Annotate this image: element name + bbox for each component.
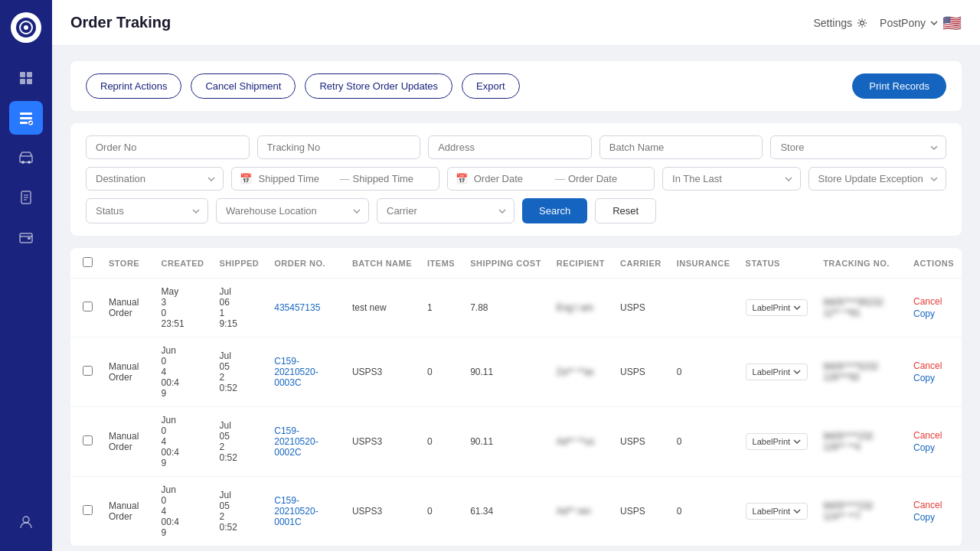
order-no-input[interactable] <box>86 135 250 159</box>
copy-action-2[interactable]: Copy <box>913 442 954 453</box>
in-the-last-select[interactable]: In The Last <box>662 167 800 191</box>
row-insurance: 0 <box>669 337 738 407</box>
retry-store-order-button[interactable]: Retry Store Order Updates <box>305 73 452 99</box>
row-store: Manual Order <box>101 477 154 546</box>
sidebar-item-grid[interactable] <box>9 61 43 95</box>
col-batch-name: BATCH NAME <box>345 248 420 279</box>
cancel-action-2[interactable]: Cancel <box>913 430 954 441</box>
row-checkbox <box>70 407 101 477</box>
sidebar-item-records[interactable] <box>9 181 43 214</box>
order-link-2[interactable]: C159-20210520-0002C <box>274 425 318 458</box>
status-dropdown-1[interactable]: LabelPrint <box>746 364 808 380</box>
cancel-shipment-button[interactable]: Cancel Shipment <box>191 73 296 99</box>
svg-rect-4 <box>27 72 32 77</box>
row-created: May 3 0 23:51 <box>154 279 212 337</box>
svg-rect-6 <box>27 79 32 84</box>
status-dropdown-2[interactable]: LabelPrint <box>746 433 808 450</box>
address-input[interactable] <box>428 135 592 159</box>
page-header: Order Traking Settings PostPony 🇺🇸 <box>52 0 980 46</box>
svg-rect-3 <box>20 72 25 77</box>
tracking-no-input[interactable] <box>257 135 421 159</box>
row-created: Jun 0 4 00:4 9 <box>154 407 212 477</box>
status-dropdown-3[interactable]: LabelPrint <box>746 503 808 520</box>
filter-panel: Store Destination 📅 — 📅 — <box>70 123 962 236</box>
row-store: Manual Order <box>101 279 154 337</box>
page-content: Reprint Actions Cancel Shipment Retry St… <box>52 46 980 551</box>
order-link-3[interactable]: C159-20210520-0001C <box>274 495 318 527</box>
search-button[interactable]: Search <box>522 198 587 223</box>
flag-icon: 🇺🇸 <box>942 14 962 32</box>
sidebar-item-user[interactable] <box>9 505 43 539</box>
table-body: Manual Order May 3 0 23:51 Jul 06 1 9:15… <box>70 279 962 546</box>
row-status: LabelPrint <box>738 337 816 407</box>
col-carrier: CARRIER <box>612 248 669 279</box>
row-insurance: 0 <box>669 477 738 546</box>
row-checkbox <box>70 337 101 407</box>
col-created: CREATED <box>154 248 212 279</box>
svg-point-2 <box>24 25 28 30</box>
shipped-time-start-input[interactable] <box>258 173 336 184</box>
row-tracking-no: 9405****232 126** **4 <box>815 407 906 477</box>
copy-action-3[interactable]: Copy <box>913 512 954 523</box>
col-items: ITEMS <box>420 248 462 279</box>
col-store: STORE <box>101 248 154 279</box>
cancel-action-3[interactable]: Cancel <box>913 500 954 510</box>
destination-select[interactable]: Destination <box>86 167 224 191</box>
order-date-end-input[interactable] <box>568 173 646 184</box>
svg-rect-18 <box>28 237 31 240</box>
store-update-select[interactable]: Store Update Exception <box>808 167 946 191</box>
sidebar-item-shipping[interactable] <box>9 141 43 174</box>
copy-action-1[interactable]: Copy <box>913 373 954 383</box>
shipped-time-end-input[interactable] <box>353 173 431 184</box>
store-select[interactable]: Store <box>770 135 946 159</box>
row-insurance <box>669 279 738 337</box>
cancel-action-1[interactable]: Cancel <box>913 360 954 371</box>
order-link-0[interactable]: 435457135 <box>274 302 320 313</box>
batch-name-input[interactable] <box>599 135 763 159</box>
row-shipping-cost: 90.11 <box>462 337 549 407</box>
row-select-checkbox-2[interactable] <box>83 435 93 445</box>
reprint-actions-button[interactable]: Reprint Actions <box>86 73 181 99</box>
row-select-checkbox-3[interactable] <box>83 505 93 515</box>
cancel-action-0[interactable]: Cancel <box>913 296 954 307</box>
sidebar <box>0 0 52 551</box>
svg-point-20 <box>861 21 864 24</box>
order-date-start-input[interactable] <box>474 173 552 184</box>
settings-button[interactable]: Settings <box>813 17 867 29</box>
row-status: LabelPrint <box>738 279 816 337</box>
status-label: LabelPrint <box>753 437 791 446</box>
reset-button[interactable]: Reset <box>595 198 656 223</box>
row-carrier: USPS <box>612 337 669 407</box>
row-batch-name: USPS3 <box>345 337 420 407</box>
carrier-select[interactable]: Carrier <box>377 198 514 223</box>
sidebar-item-orders[interactable] <box>9 101 43 135</box>
status-label: LabelPrint <box>753 367 791 377</box>
user-menu-button[interactable]: PostPony 🇺🇸 <box>880 14 962 32</box>
row-select-checkbox-1[interactable] <box>83 366 93 376</box>
row-shipped: Jul 06 1 9:15 <box>211 279 266 337</box>
table-row: Manual Order Jun 0 4 00:4 9 Jul 05 2 0:5… <box>70 337 962 407</box>
row-tracking-no: 9405****5232 126***50 <box>815 337 906 407</box>
col-tracking-no: TRACKING NO. <box>815 248 906 279</box>
row-carrier: USPS <box>612 477 669 546</box>
warehouse-select[interactable]: Warehouse Location <box>216 198 369 223</box>
svg-rect-5 <box>20 79 25 84</box>
status-chevron-icon <box>793 370 801 374</box>
print-records-button[interactable]: Print Records <box>852 73 946 99</box>
sidebar-item-wallet[interactable] <box>9 220 43 254</box>
export-button[interactable]: Export <box>462 73 520 99</box>
orders-table: STORE CREATED SHIPPED ORDER NO. BATCH NA… <box>70 248 962 546</box>
order-link-1[interactable]: C159-20210520-0003C <box>274 356 318 388</box>
copy-action-0[interactable]: Copy <box>913 308 954 319</box>
row-recipient: Za** **as <box>549 337 612 407</box>
status-dropdown-0[interactable]: LabelPrint <box>746 299 808 316</box>
select-all-checkbox[interactable] <box>83 257 93 267</box>
filter-row-2: Destination 📅 — 📅 — In The Last <box>86 167 946 191</box>
app-logo <box>11 12 41 43</box>
row-created: Jun 0 4 00:4 9 <box>154 477 212 546</box>
row-select-checkbox-0[interactable] <box>83 302 93 311</box>
status-select[interactable]: Status <box>86 198 208 223</box>
col-recipient: RECIPIENT <box>549 248 612 279</box>
row-order-no: C159-20210520-0003C <box>266 337 345 407</box>
col-shipping-cost: SHIPPING COST <box>462 248 549 279</box>
